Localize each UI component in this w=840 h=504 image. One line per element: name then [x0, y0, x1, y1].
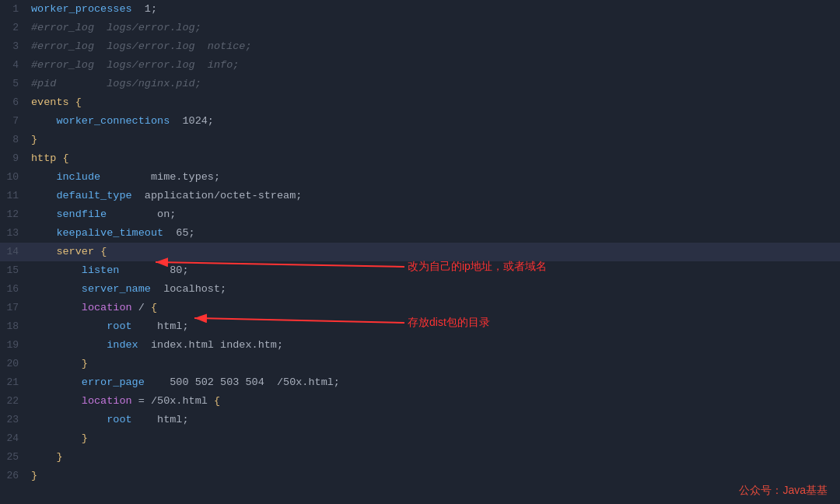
line-content: default_type application/octet-stream; [31, 187, 302, 205]
code-line: 6events { [0, 93, 840, 112]
line-number: 4 [0, 56, 31, 75]
line-content: #pid logs/nginx.pid; [31, 75, 201, 93]
line-number: 16 [0, 280, 31, 299]
line-content: location / { [31, 299, 157, 317]
line-number: 9 [0, 149, 31, 168]
code-line: 12 sendfile on; [0, 205, 840, 224]
line-number: 23 [0, 411, 31, 429]
line-content: } [31, 467, 37, 485]
code-line: 26} [0, 467, 840, 485]
code-line: 17 location / { [0, 299, 840, 317]
code-line: 20 } [0, 355, 840, 373]
line-number: 2 [0, 19, 31, 37]
code-line: 21 error_page 500 502 503 504 /50x.html; [0, 373, 840, 392]
line-number: 21 [0, 373, 31, 392]
line-number: 15 [0, 261, 31, 280]
line-content: root html; [31, 411, 189, 429]
watermark-text: 公众号：Java基基 [739, 484, 828, 498]
line-number: 18 [0, 317, 31, 336]
code-line: 10 include mime.types; [0, 168, 840, 187]
code-line: 16 server_name localhost; [0, 280, 840, 299]
code-line: 4#error_log logs/error.log info; [0, 56, 840, 75]
line-number: 3 [0, 37, 31, 56]
line-content: #error_log logs/error.log info; [31, 56, 239, 75]
line-number: 17 [0, 299, 31, 317]
line-content: } [31, 131, 37, 149]
line-content: } [31, 355, 88, 373]
line-number: 12 [0, 205, 31, 224]
line-content: server { [31, 243, 107, 261]
line-number: 19 [0, 336, 31, 355]
line-number: 25 [0, 448, 31, 467]
line-number: 26 [0, 467, 31, 485]
line-content: worker_connections 1024; [31, 112, 214, 131]
line-content: keepalive_timeout 65; [31, 224, 195, 243]
line-number: 7 [0, 112, 31, 131]
code-line: 23 root html; [0, 411, 840, 429]
code-line: 14 server { [0, 243, 840, 261]
line-number: 14 [0, 243, 31, 261]
line-content: #error_log logs/error.log; [31, 19, 201, 37]
line-content: include mime.types; [31, 168, 220, 187]
line-number: 20 [0, 355, 31, 373]
code-line: 3#error_log logs/error.log notice; [0, 37, 840, 56]
line-content: index index.html index.htm; [31, 336, 283, 355]
line-content: server_name localhost; [31, 280, 226, 299]
line-number: 5 [0, 75, 31, 93]
line-number: 11 [0, 187, 31, 205]
line-content: error_page 500 502 503 504 /50x.html; [31, 373, 340, 392]
line-number: 22 [0, 392, 31, 411]
line-content: location = /50x.html { [31, 392, 220, 411]
code-line: 13 keepalive_timeout 65; [0, 224, 840, 243]
line-number: 8 [0, 131, 31, 149]
line-content: sendfile on; [31, 205, 176, 224]
code-line: 2#error_log logs/error.log; [0, 19, 840, 37]
line-number: 10 [0, 168, 31, 187]
code-line: 18 root html; [0, 317, 840, 336]
line-content: worker_processes 1; [31, 0, 157, 19]
line-content: http { [31, 149, 69, 168]
line-number: 13 [0, 224, 31, 243]
line-content: events { [31, 93, 82, 112]
code-line: 9http { [0, 149, 840, 168]
code-line: 7 worker_connections 1024; [0, 112, 840, 131]
line-number: 1 [0, 0, 31, 19]
line-number: 24 [0, 429, 31, 448]
code-line: 15 listen 80; [0, 261, 840, 280]
code-line: 1worker_processes 1; [0, 0, 840, 19]
line-content: } [31, 429, 88, 448]
code-line: 22 location = /50x.html { [0, 392, 840, 411]
code-editor: 1worker_processes 1;2#error_log logs/err… [0, 0, 840, 504]
line-number: 6 [0, 93, 31, 112]
line-content: listen 80; [31, 261, 189, 280]
code-line: 11 default_type application/octet-stream… [0, 187, 840, 205]
line-content: #error_log logs/error.log notice; [31, 37, 252, 56]
line-content: root html; [31, 317, 189, 336]
code-line: 25 } [0, 448, 840, 467]
code-line: 19 index index.html index.htm; [0, 336, 840, 355]
code-line: 24 } [0, 429, 840, 448]
line-content: } [31, 448, 63, 467]
code-line: 8} [0, 131, 840, 149]
code-line: 5#pid logs/nginx.pid; [0, 75, 840, 93]
